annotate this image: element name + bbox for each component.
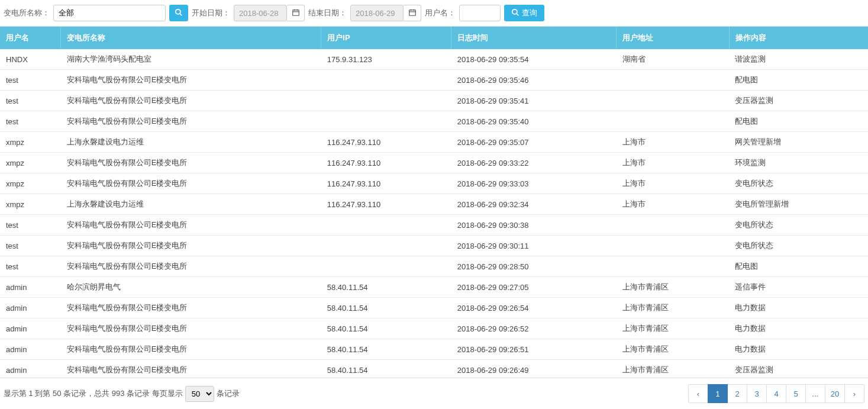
end-date-picker-button[interactable]: [404, 5, 421, 21]
page-prev-button[interactable]: ‹: [688, 384, 708, 403]
cell-op: 配电图: [729, 70, 868, 91]
cell-addr: 上海市青浦区: [617, 360, 730, 378]
cell-addr: [617, 256, 730, 277]
table-row[interactable]: admin安科瑞电气股份有限公司E楼变电所58.40.11.542018-06-…: [0, 360, 868, 378]
header-addr[interactable]: 用户地址: [617, 27, 730, 49]
cell-time: 2018-06-29 09:26:49: [451, 360, 617, 378]
cell-station: 安科瑞电气股份有限公司E楼变电所: [61, 111, 321, 132]
cell-station: 哈尔滨朗昇电气: [61, 277, 321, 298]
cell-station: 安科瑞电气股份有限公司E楼变电所: [61, 173, 321, 194]
cell-time: 2018-06-29 09:35:07: [451, 132, 617, 153]
table-row[interactable]: xmpz上海永磐建设电力运维116.247.93.1102018-06-29 0…: [0, 132, 868, 153]
table-row[interactable]: test安科瑞电气股份有限公司E楼变电所2018-06-29 09:30:11变…: [0, 236, 868, 256]
cell-ip: [321, 111, 451, 132]
cell-op: 电力数据: [729, 298, 868, 318]
start-date-label: 开始日期：: [192, 8, 230, 18]
calendar-icon: [408, 8, 417, 18]
cell-ip: 58.40.11.54: [321, 298, 451, 318]
cell-time: 2018-06-29 09:26:54: [451, 298, 617, 318]
header-ip[interactable]: 用户IP: [321, 27, 451, 49]
table-row[interactable]: admin哈尔滨朗昇电气58.40.11.542018-06-29 09:27:…: [0, 277, 868, 298]
page-next-button[interactable]: ›: [844, 384, 864, 403]
cell-time: 2018-06-29 09:35:40: [451, 111, 617, 132]
cell-station: 安科瑞电气股份有限公司E楼变电所: [61, 360, 321, 378]
page-3-button[interactable]: 3: [747, 384, 767, 403]
cell-op: 变压器监测: [729, 360, 868, 378]
cell-station: 安科瑞电气股份有限公司E楼变电所: [61, 215, 321, 236]
end-date-input[interactable]: [350, 5, 404, 21]
table-row[interactable]: HNDX湖南大学渔湾码头配电室175.9.31.1232018-06-29 09…: [0, 49, 868, 70]
cell-op: 变压器监测: [729, 91, 868, 111]
station-search-button[interactable]: [169, 5, 188, 21]
cell-time: 2018-06-29 09:30:11: [451, 236, 617, 256]
cell-time: 2018-06-29 09:32:34: [451, 194, 617, 215]
svg-rect-2: [292, 9, 299, 15]
cell-user: xmpz: [0, 173, 61, 194]
cell-station: 安科瑞电气股份有限公司E楼变电所: [61, 236, 321, 256]
page-2-button[interactable]: 2: [727, 384, 747, 403]
cell-ip: 58.40.11.54: [321, 360, 451, 378]
table-row[interactable]: xmpz上海永磐建设电力运维116.247.93.1102018-06-29 0…: [0, 194, 868, 215]
search-icon: [511, 8, 519, 18]
cell-addr: 上海市: [617, 173, 730, 194]
table-row[interactable]: xmpz安科瑞电气股份有限公司E楼变电所116.247.93.1102018-0…: [0, 173, 868, 194]
cell-addr: 上海市: [617, 194, 730, 215]
page-20-button[interactable]: 20: [825, 384, 845, 403]
cell-op: 谐波监测: [729, 49, 868, 70]
pagination-info: 显示第 1 到第 50 条记录，总共 993 条记录 每页显示 50 条记录: [4, 386, 240, 402]
cell-op: 网关管理新增: [729, 132, 868, 153]
cell-addr: 上海市: [617, 153, 730, 173]
header-user[interactable]: 用户名: [0, 27, 61, 49]
cell-station: 安科瑞电气股份有限公司E楼变电所: [61, 318, 321, 339]
query-button[interactable]: 查询: [504, 5, 544, 21]
cell-user: test: [0, 70, 61, 91]
table-row[interactable]: admin安科瑞电气股份有限公司E楼变电所58.40.11.542018-06-…: [0, 298, 868, 318]
svg-point-10: [512, 9, 517, 14]
cell-time: 2018-06-29 09:35:46: [451, 70, 617, 91]
cell-user: test: [0, 91, 61, 111]
table-row[interactable]: test安科瑞电气股份有限公司E楼变电所2018-06-29 09:35:41变…: [0, 91, 868, 111]
cell-station: 安科瑞电气股份有限公司E楼变电所: [61, 256, 321, 277]
cell-addr: 上海市青浦区: [617, 298, 730, 318]
cell-ip: 58.40.11.54: [321, 277, 451, 298]
cell-op: 变电所状态: [729, 173, 868, 194]
header-station[interactable]: 变电所名称: [61, 27, 321, 49]
table-footer: 显示第 1 到第 50 条记录，总共 993 条记录 每页显示 50 条记录 ‹…: [0, 378, 868, 409]
cell-user: HNDX: [0, 49, 61, 70]
username-input[interactable]: [459, 5, 501, 21]
cell-ip: [321, 70, 451, 91]
cell-station: 上海永磐建设电力运维: [61, 132, 321, 153]
cell-user: admin: [0, 360, 61, 378]
cell-user: admin: [0, 339, 61, 360]
table-row[interactable]: test安科瑞电气股份有限公司E楼变电所2018-06-29 09:35:46配…: [0, 70, 868, 91]
table-row[interactable]: test安科瑞电气股份有限公司E楼变电所2018-06-29 09:28:50配…: [0, 256, 868, 277]
header-op[interactable]: 操作内容: [729, 27, 868, 49]
start-date-input[interactable]: [234, 5, 287, 21]
info-prefix: 显示第 1 到第 50 条记录，总共 993 条记录 每页显示: [4, 388, 183, 399]
cell-time: 2018-06-29 09:27:05: [451, 277, 617, 298]
page-size-select[interactable]: 50: [185, 386, 214, 402]
page-ellipsis: ...: [805, 384, 825, 403]
start-date-picker-button[interactable]: [287, 5, 305, 21]
table-row[interactable]: admin安科瑞电气股份有限公司E楼变电所58.40.11.542018-06-…: [0, 318, 868, 339]
table-row[interactable]: test安科瑞电气股份有限公司E楼变电所2018-06-29 09:30:38变…: [0, 215, 868, 236]
cell-ip: 175.9.31.123: [321, 49, 451, 70]
table-row[interactable]: xmpz安科瑞电气股份有限公司E楼变电所116.247.93.1102018-0…: [0, 153, 868, 173]
header-time[interactable]: 日志时间: [451, 27, 617, 49]
cell-user: xmpz: [0, 194, 61, 215]
search-icon: [175, 8, 183, 18]
cell-user: test: [0, 111, 61, 132]
table-row[interactable]: admin安科瑞电气股份有限公司E楼变电所58.40.11.542018-06-…: [0, 339, 868, 360]
log-table-container[interactable]: 用户名 变电所名称 用户IP 日志时间 用户地址 操作内容 HNDX湖南大学渔湾…: [0, 26, 868, 378]
cell-addr: [617, 236, 730, 256]
cell-station: 湖南大学渔湾码头配电室: [61, 49, 321, 70]
station-input[interactable]: [53, 5, 166, 21]
cell-user: xmpz: [0, 132, 61, 153]
cell-station: 安科瑞电气股份有限公司E楼变电所: [61, 153, 321, 173]
cell-addr: [617, 91, 730, 111]
table-row[interactable]: test安科瑞电气股份有限公司E楼变电所2018-06-29 09:35:40配…: [0, 111, 868, 132]
page-4-button[interactable]: 4: [766, 384, 786, 403]
cell-addr: 上海市青浦区: [617, 318, 730, 339]
page-5-button[interactable]: 5: [786, 384, 806, 403]
page-1-button[interactable]: 1: [708, 384, 728, 403]
